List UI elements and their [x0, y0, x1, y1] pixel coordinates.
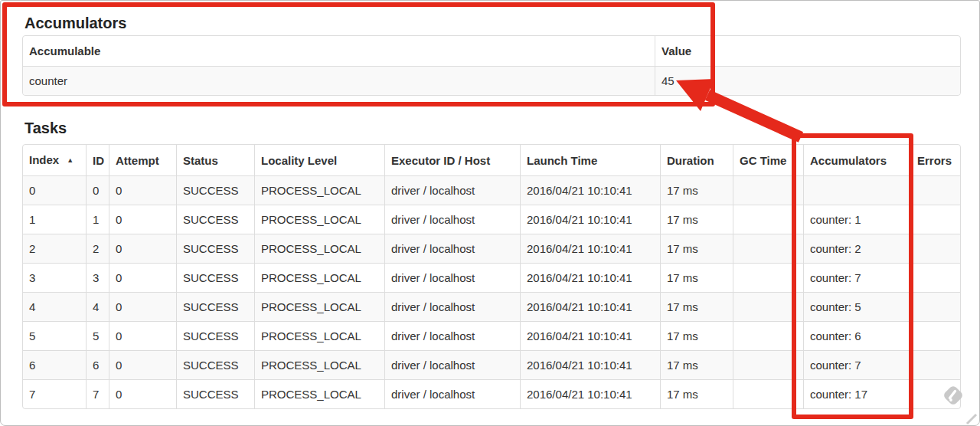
errors-cell — [910, 379, 960, 408]
attempt-cell: 0 — [109, 379, 176, 408]
id-cell: 4 — [86, 292, 109, 321]
launch-time-cell: 2016/04/21 10:10:41 — [520, 350, 660, 379]
executor-id-host-cell: driver / localhost — [384, 175, 520, 205]
table-row: 7 7 0 SUCCESS PROCESS_LOCAL driver / loc… — [23, 379, 960, 408]
tasks-table: Index▲ ID Attempt Status Locality Level … — [22, 144, 961, 409]
locality-level-cell: PROCESS_LOCAL — [254, 321, 384, 350]
column-header-accumulators[interactable]: Accumulators — [803, 145, 910, 175]
index-cell: 3 — [23, 263, 86, 292]
column-header-gc-time[interactable]: GC Time — [733, 145, 803, 175]
attempt-cell: 0 — [109, 263, 176, 292]
accumulable-name-cell: counter — [23, 66, 655, 95]
locality-level-cell: PROCESS_LOCAL — [254, 234, 384, 263]
status-cell: SUCCESS — [176, 263, 254, 292]
gc-time-cell — [733, 205, 803, 234]
accumulators-cell: counter: 6 — [803, 321, 910, 350]
index-cell: 5 — [23, 321, 86, 350]
attempt-cell: 0 — [109, 292, 176, 321]
status-cell: SUCCESS — [176, 234, 254, 263]
column-header-index[interactable]: Index▲ — [23, 145, 86, 175]
id-cell: 1 — [86, 205, 109, 234]
attempt-cell: 0 — [109, 205, 176, 234]
column-header-attempt[interactable]: Attempt — [109, 145, 176, 175]
duration-cell: 17 ms — [660, 175, 733, 205]
locality-level-cell: PROCESS_LOCAL — [254, 205, 384, 234]
table-row: 1 1 0 SUCCESS PROCESS_LOCAL driver / loc… — [23, 205, 960, 234]
column-header-executor-id-host[interactable]: Executor ID / Host — [384, 145, 520, 175]
id-cell: 6 — [86, 350, 109, 379]
table-row: counter 45 — [23, 66, 960, 95]
accumulators-cell: counter: 2 — [803, 234, 910, 263]
main-content: Accumulators Accumulable Value counter 4… — [22, 1, 959, 409]
accumulators-cell: counter: 5 — [803, 292, 910, 321]
index-cell: 7 — [23, 379, 86, 408]
column-header-id[interactable]: ID — [86, 145, 109, 175]
attempt-cell: 0 — [109, 234, 176, 263]
index-cell: 2 — [23, 234, 86, 263]
status-cell: SUCCESS — [176, 205, 254, 234]
id-cell: 2 — [86, 234, 109, 263]
column-header-index-label: Index — [29, 153, 59, 166]
table-row: 5 5 0 SUCCESS PROCESS_LOCAL driver / loc… — [23, 321, 960, 350]
column-header-launch-time[interactable]: Launch Time — [520, 145, 660, 175]
accumulators-header-row: Accumulable Value — [23, 36, 960, 66]
column-header-status[interactable]: Status — [176, 145, 254, 175]
duration-cell: 17 ms — [660, 292, 733, 321]
table-row: 0 0 0 SUCCESS PROCESS_LOCAL driver / loc… — [23, 175, 960, 205]
page-frame: Accumulators Accumulable Value counter 4… — [0, 0, 980, 426]
table-row: 2 2 0 SUCCESS PROCESS_LOCAL driver / loc… — [23, 234, 960, 263]
locality-level-cell: PROCESS_LOCAL — [254, 292, 384, 321]
table-row: 6 6 0 SUCCESS PROCESS_LOCAL driver / loc… — [23, 350, 960, 379]
accumulators-cell: counter: 17 — [803, 379, 910, 408]
index-cell: 4 — [23, 292, 86, 321]
column-header-errors[interactable]: Errors — [910, 145, 960, 175]
accumulators-section-heading: Accumulators — [24, 13, 959, 33]
gc-time-cell — [733, 321, 803, 350]
errors-cell — [910, 263, 960, 292]
id-cell: 0 — [86, 175, 109, 205]
table-row: 3 3 0 SUCCESS PROCESS_LOCAL driver / loc… — [23, 263, 960, 292]
duration-cell: 17 ms — [660, 234, 733, 263]
accumulators-cell: counter: 7 — [803, 350, 910, 379]
status-cell: SUCCESS — [176, 379, 254, 408]
executor-id-host-cell: driver / localhost — [384, 379, 520, 408]
index-cell: 1 — [23, 205, 86, 234]
column-header-value: Value — [655, 36, 960, 66]
duration-cell: 17 ms — [660, 263, 733, 292]
launch-time-cell: 2016/04/21 10:10:41 — [520, 234, 660, 263]
tasks-section-heading: Tasks — [24, 118, 959, 138]
launch-time-cell: 2016/04/21 10:10:41 — [520, 205, 660, 234]
executor-id-host-cell: driver / localhost — [384, 263, 520, 292]
executor-id-host-cell: driver / localhost — [384, 292, 520, 321]
launch-time-cell: 2016/04/21 10:10:41 — [520, 321, 660, 350]
id-cell: 5 — [86, 321, 109, 350]
gc-time-cell — [733, 292, 803, 321]
index-cell: 0 — [23, 175, 86, 205]
executor-id-host-cell: driver / localhost — [384, 350, 520, 379]
gc-time-cell — [733, 263, 803, 292]
errors-cell — [910, 350, 960, 379]
column-header-accumulable: Accumulable — [23, 36, 655, 66]
errors-cell — [910, 321, 960, 350]
accumulators-cell — [803, 175, 910, 205]
column-header-duration[interactable]: Duration — [660, 145, 733, 175]
tasks-header-row: Index▲ ID Attempt Status Locality Level … — [23, 145, 960, 175]
status-cell: SUCCESS — [176, 350, 254, 379]
accumulators-cell: counter: 1 — [803, 205, 910, 234]
errors-cell — [910, 175, 960, 205]
attempt-cell: 0 — [109, 175, 176, 205]
status-cell: SUCCESS — [176, 292, 254, 321]
executor-id-host-cell: driver / localhost — [384, 234, 520, 263]
sort-ascending-icon: ▲ — [67, 156, 74, 164]
column-header-locality-level[interactable]: Locality Level — [254, 145, 384, 175]
id-cell: 3 — [86, 263, 109, 292]
duration-cell: 17 ms — [660, 321, 733, 350]
attempt-cell: 0 — [109, 321, 176, 350]
errors-cell — [910, 234, 960, 263]
accumulators-table: Accumulable Value counter 45 — [22, 35, 961, 96]
executor-id-host-cell: driver / localhost — [384, 205, 520, 234]
gc-time-cell — [733, 175, 803, 205]
status-cell: SUCCESS — [176, 175, 254, 205]
gc-time-cell — [733, 379, 803, 408]
errors-cell — [910, 205, 960, 234]
